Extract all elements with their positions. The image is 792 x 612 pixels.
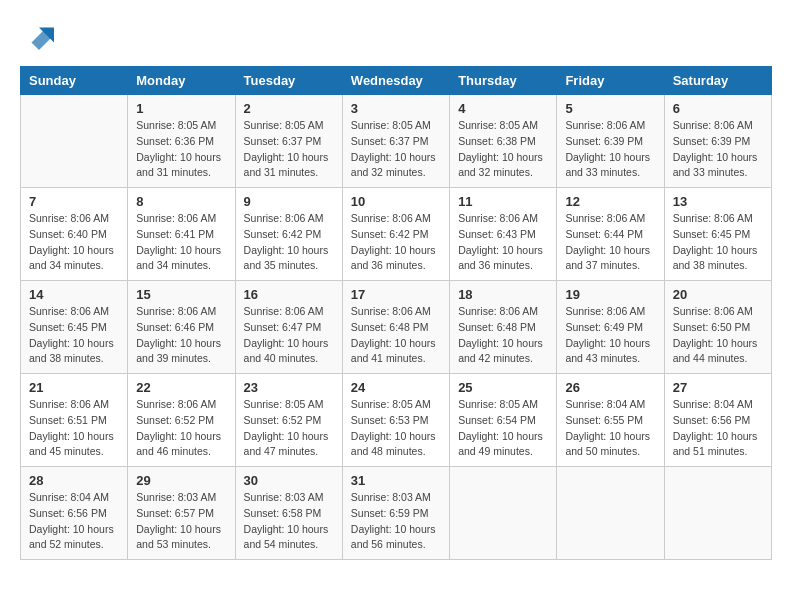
week-row-3: 14Sunrise: 8:06 AMSunset: 6:45 PMDayligh… xyxy=(21,281,772,374)
day-cell: 26Sunrise: 8:04 AMSunset: 6:55 PMDayligh… xyxy=(557,374,664,467)
day-cell xyxy=(557,467,664,560)
day-cell xyxy=(664,467,771,560)
day-info: Sunrise: 8:06 AMSunset: 6:49 PMDaylight:… xyxy=(565,304,655,367)
day-cell: 6Sunrise: 8:06 AMSunset: 6:39 PMDaylight… xyxy=(664,95,771,188)
day-number: 10 xyxy=(351,194,441,209)
day-info: Sunrise: 8:03 AMSunset: 6:59 PMDaylight:… xyxy=(351,490,441,553)
day-number: 26 xyxy=(565,380,655,395)
day-cell: 17Sunrise: 8:06 AMSunset: 6:48 PMDayligh… xyxy=(342,281,449,374)
week-row-5: 28Sunrise: 8:04 AMSunset: 6:56 PMDayligh… xyxy=(21,467,772,560)
day-info: Sunrise: 8:04 AMSunset: 6:56 PMDaylight:… xyxy=(29,490,119,553)
day-cell: 30Sunrise: 8:03 AMSunset: 6:58 PMDayligh… xyxy=(235,467,342,560)
day-info: Sunrise: 8:06 AMSunset: 6:52 PMDaylight:… xyxy=(136,397,226,460)
day-info: Sunrise: 8:05 AMSunset: 6:36 PMDaylight:… xyxy=(136,118,226,181)
day-info: Sunrise: 8:06 AMSunset: 6:48 PMDaylight:… xyxy=(351,304,441,367)
header-cell-friday: Friday xyxy=(557,67,664,95)
day-info: Sunrise: 8:06 AMSunset: 6:40 PMDaylight:… xyxy=(29,211,119,274)
day-cell: 7Sunrise: 8:06 AMSunset: 6:40 PMDaylight… xyxy=(21,188,128,281)
day-info: Sunrise: 8:06 AMSunset: 6:47 PMDaylight:… xyxy=(244,304,334,367)
header-cell-wednesday: Wednesday xyxy=(342,67,449,95)
day-number: 12 xyxy=(565,194,655,209)
day-info: Sunrise: 8:05 AMSunset: 6:38 PMDaylight:… xyxy=(458,118,548,181)
week-row-4: 21Sunrise: 8:06 AMSunset: 6:51 PMDayligh… xyxy=(21,374,772,467)
day-number: 5 xyxy=(565,101,655,116)
day-cell: 28Sunrise: 8:04 AMSunset: 6:56 PMDayligh… xyxy=(21,467,128,560)
day-number: 18 xyxy=(458,287,548,302)
day-info: Sunrise: 8:05 AMSunset: 6:53 PMDaylight:… xyxy=(351,397,441,460)
day-number: 31 xyxy=(351,473,441,488)
day-number: 30 xyxy=(244,473,334,488)
day-info: Sunrise: 8:06 AMSunset: 6:41 PMDaylight:… xyxy=(136,211,226,274)
day-cell: 23Sunrise: 8:05 AMSunset: 6:52 PMDayligh… xyxy=(235,374,342,467)
day-cell: 4Sunrise: 8:05 AMSunset: 6:38 PMDaylight… xyxy=(450,95,557,188)
day-info: Sunrise: 8:06 AMSunset: 6:42 PMDaylight:… xyxy=(351,211,441,274)
day-info: Sunrise: 8:06 AMSunset: 6:48 PMDaylight:… xyxy=(458,304,548,367)
day-number: 11 xyxy=(458,194,548,209)
day-number: 16 xyxy=(244,287,334,302)
day-cell xyxy=(450,467,557,560)
day-info: Sunrise: 8:06 AMSunset: 6:46 PMDaylight:… xyxy=(136,304,226,367)
header-cell-thursday: Thursday xyxy=(450,67,557,95)
day-info: Sunrise: 8:05 AMSunset: 6:54 PMDaylight:… xyxy=(458,397,548,460)
day-number: 24 xyxy=(351,380,441,395)
day-info: Sunrise: 8:03 AMSunset: 6:58 PMDaylight:… xyxy=(244,490,334,553)
day-cell: 21Sunrise: 8:06 AMSunset: 6:51 PMDayligh… xyxy=(21,374,128,467)
day-number: 15 xyxy=(136,287,226,302)
day-cell: 31Sunrise: 8:03 AMSunset: 6:59 PMDayligh… xyxy=(342,467,449,560)
day-cell: 2Sunrise: 8:05 AMSunset: 6:37 PMDaylight… xyxy=(235,95,342,188)
day-number: 13 xyxy=(673,194,763,209)
logo-icon xyxy=(24,20,54,50)
day-cell: 3Sunrise: 8:05 AMSunset: 6:37 PMDaylight… xyxy=(342,95,449,188)
calendar-header-row: SundayMondayTuesdayWednesdayThursdayFrid… xyxy=(21,67,772,95)
header-cell-saturday: Saturday xyxy=(664,67,771,95)
day-info: Sunrise: 8:05 AMSunset: 6:37 PMDaylight:… xyxy=(351,118,441,181)
day-number: 25 xyxy=(458,380,548,395)
day-cell: 10Sunrise: 8:06 AMSunset: 6:42 PMDayligh… xyxy=(342,188,449,281)
day-number: 28 xyxy=(29,473,119,488)
header-cell-monday: Monday xyxy=(128,67,235,95)
day-cell xyxy=(21,95,128,188)
day-cell: 9Sunrise: 8:06 AMSunset: 6:42 PMDaylight… xyxy=(235,188,342,281)
day-cell: 11Sunrise: 8:06 AMSunset: 6:43 PMDayligh… xyxy=(450,188,557,281)
day-cell: 25Sunrise: 8:05 AMSunset: 6:54 PMDayligh… xyxy=(450,374,557,467)
day-cell: 13Sunrise: 8:06 AMSunset: 6:45 PMDayligh… xyxy=(664,188,771,281)
week-row-2: 7Sunrise: 8:06 AMSunset: 6:40 PMDaylight… xyxy=(21,188,772,281)
header-cell-sunday: Sunday xyxy=(21,67,128,95)
day-cell: 5Sunrise: 8:06 AMSunset: 6:39 PMDaylight… xyxy=(557,95,664,188)
day-cell: 15Sunrise: 8:06 AMSunset: 6:46 PMDayligh… xyxy=(128,281,235,374)
day-number: 1 xyxy=(136,101,226,116)
day-cell: 18Sunrise: 8:06 AMSunset: 6:48 PMDayligh… xyxy=(450,281,557,374)
day-number: 23 xyxy=(244,380,334,395)
day-info: Sunrise: 8:05 AMSunset: 6:52 PMDaylight:… xyxy=(244,397,334,460)
day-cell: 20Sunrise: 8:06 AMSunset: 6:50 PMDayligh… xyxy=(664,281,771,374)
day-cell: 14Sunrise: 8:06 AMSunset: 6:45 PMDayligh… xyxy=(21,281,128,374)
day-cell: 16Sunrise: 8:06 AMSunset: 6:47 PMDayligh… xyxy=(235,281,342,374)
day-number: 8 xyxy=(136,194,226,209)
day-number: 2 xyxy=(244,101,334,116)
day-info: Sunrise: 8:06 AMSunset: 6:45 PMDaylight:… xyxy=(673,211,763,274)
page-header xyxy=(20,20,772,50)
day-number: 7 xyxy=(29,194,119,209)
day-info: Sunrise: 8:03 AMSunset: 6:57 PMDaylight:… xyxy=(136,490,226,553)
week-row-1: 1Sunrise: 8:05 AMSunset: 6:36 PMDaylight… xyxy=(21,95,772,188)
day-info: Sunrise: 8:06 AMSunset: 6:39 PMDaylight:… xyxy=(673,118,763,181)
day-info: Sunrise: 8:04 AMSunset: 6:55 PMDaylight:… xyxy=(565,397,655,460)
day-info: Sunrise: 8:06 AMSunset: 6:44 PMDaylight:… xyxy=(565,211,655,274)
day-cell: 24Sunrise: 8:05 AMSunset: 6:53 PMDayligh… xyxy=(342,374,449,467)
day-info: Sunrise: 8:06 AMSunset: 6:43 PMDaylight:… xyxy=(458,211,548,274)
day-cell: 12Sunrise: 8:06 AMSunset: 6:44 PMDayligh… xyxy=(557,188,664,281)
logo xyxy=(20,20,54,50)
day-number: 22 xyxy=(136,380,226,395)
day-number: 4 xyxy=(458,101,548,116)
day-info: Sunrise: 8:06 AMSunset: 6:39 PMDaylight:… xyxy=(565,118,655,181)
day-info: Sunrise: 8:06 AMSunset: 6:42 PMDaylight:… xyxy=(244,211,334,274)
day-number: 20 xyxy=(673,287,763,302)
day-number: 27 xyxy=(673,380,763,395)
day-info: Sunrise: 8:06 AMSunset: 6:50 PMDaylight:… xyxy=(673,304,763,367)
day-cell: 27Sunrise: 8:04 AMSunset: 6:56 PMDayligh… xyxy=(664,374,771,467)
day-cell: 22Sunrise: 8:06 AMSunset: 6:52 PMDayligh… xyxy=(128,374,235,467)
header-cell-tuesday: Tuesday xyxy=(235,67,342,95)
day-info: Sunrise: 8:06 AMSunset: 6:45 PMDaylight:… xyxy=(29,304,119,367)
day-number: 29 xyxy=(136,473,226,488)
day-cell: 29Sunrise: 8:03 AMSunset: 6:57 PMDayligh… xyxy=(128,467,235,560)
